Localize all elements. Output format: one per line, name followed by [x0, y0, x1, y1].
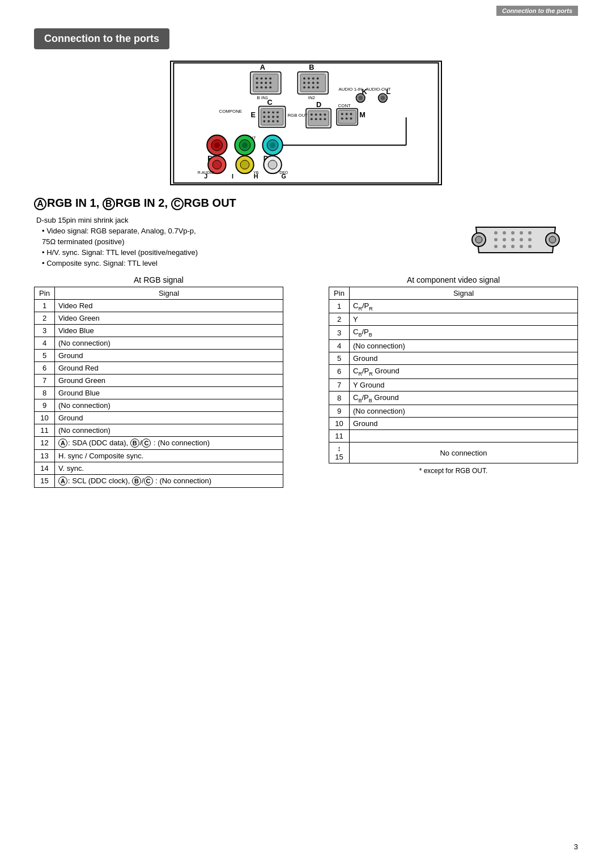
table-row: 4(No connection): [35, 337, 283, 349]
svg-point-69: [350, 117, 352, 120]
table-row: 11: [329, 430, 578, 442]
left-section: D-sub 15pin mini shrink jack Video signa…: [34, 216, 442, 270]
svg-point-46: [277, 120, 279, 122]
rgb-table-title: At RGB signal: [34, 275, 283, 284]
spec4: Composite sync. Signal: TTL level: [42, 259, 442, 267]
svg-point-112: [503, 231, 506, 235]
svg-point-79: [381, 96, 385, 100]
circle-b: B: [103, 198, 115, 210]
table-row: 14V. sync.: [35, 462, 283, 474]
right-section: [453, 216, 578, 267]
svg-text:M: M: [359, 110, 366, 119]
svg-point-14: [269, 86, 271, 88]
svg-text:C: C: [267, 98, 273, 107]
table-row: 10Ground: [329, 418, 578, 430]
svg-point-122: [503, 245, 506, 248]
svg-point-56: [320, 118, 322, 120]
table-row: 9(No connection): [35, 399, 283, 411]
table-row: 8Ground Blue: [35, 386, 283, 399]
section-title: Connection to the ports: [34, 28, 169, 49]
svg-point-125: [528, 245, 532, 248]
content-wrapper: D-sub 15pin mini shrink jack Video signa…: [34, 216, 578, 270]
svg-point-67: [341, 117, 343, 120]
rgb-col1-header: Pin: [35, 287, 55, 299]
component-signal-table: Pin Signal 1CR/PR 2Y 3CB/PB 4(No connect…: [329, 287, 578, 476]
svg-point-36: [267, 111, 270, 113]
svg-point-113: [511, 231, 515, 235]
top-header: Connection to the ports: [496, 6, 578, 16]
spec3: H/V. sync. Signal: TTL level (positive/n…: [42, 248, 442, 257]
table-row: 4(No connection): [329, 339, 578, 352]
table-row: 2Video Green: [35, 312, 283, 324]
svg-point-54: [311, 118, 313, 120]
svg-point-55: [315, 118, 317, 120]
svg-point-20: [308, 77, 310, 79]
table-row: 1Video Red: [35, 299, 283, 312]
spec2b: 75Ω terminated (positive): [42, 237, 442, 246]
table-row: 7Y Ground: [329, 378, 578, 391]
svg-point-75: [358, 96, 363, 100]
svg-point-11: [256, 86, 258, 88]
svg-point-4: [260, 77, 262, 79]
svg-text:B IN1: B IN1: [257, 95, 269, 100]
table-row: 3Video Blue: [35, 324, 283, 337]
svg-text:CONT: CONT: [338, 103, 351, 108]
svg-point-114: [520, 231, 523, 235]
svg-point-21: [312, 77, 314, 79]
svg-point-111: [494, 231, 498, 235]
rgb-heading: ARGB IN 1, BRGB IN 2, CRGB OUT: [34, 197, 578, 210]
comp-col2-header: Signal: [350, 287, 578, 299]
svg-point-37: [272, 111, 274, 113]
svg-point-90: [270, 142, 275, 148]
comp-col1-header: Pin: [329, 287, 350, 299]
svg-point-65: [346, 113, 348, 115]
table-row: 1CR/PR: [329, 299, 578, 313]
svg-text:A: A: [260, 63, 265, 71]
svg-text:D: D: [316, 100, 321, 109]
svg-point-19: [303, 77, 305, 79]
svg-point-42: [277, 116, 279, 118]
svg-point-53: [324, 113, 326, 116]
svg-point-8: [260, 82, 262, 84]
table-row: 11(No connection): [35, 424, 283, 436]
svg-point-35: [263, 111, 265, 113]
svg-point-29: [312, 86, 314, 88]
svg-point-115: [528, 231, 532, 235]
svg-point-123: [511, 245, 515, 248]
svg-text:IN2: IN2: [308, 95, 315, 100]
svg-point-50: [311, 113, 313, 116]
table-row: 8CB/PB Ground: [329, 391, 578, 405]
table-row: 10Ground: [35, 411, 283, 424]
svg-text:COMPONE: COMPONE: [219, 109, 243, 114]
svg-text:I: I: [232, 173, 233, 180]
table-row: 3CB/PB: [329, 326, 578, 340]
table-row: 7Ground Green: [35, 374, 283, 386]
svg-point-30: [317, 86, 319, 88]
svg-point-52: [320, 113, 322, 116]
svg-point-95: [212, 160, 222, 169]
svg-point-10: [269, 82, 271, 84]
svg-text:DEO: DEO: [279, 171, 288, 175]
svg-point-68: [346, 117, 348, 120]
svg-point-7: [256, 82, 258, 84]
component-table-container: At component video signal Pin Signal 1CR…: [329, 275, 578, 488]
svg-rect-63: [338, 110, 356, 124]
svg-point-26: [317, 82, 319, 84]
svg-point-66: [350, 113, 352, 115]
table-row: 5Ground: [35, 349, 283, 361]
table-row: 13H. sync / Composite sync.: [35, 449, 283, 462]
svg-point-12: [260, 86, 262, 88]
spec1: D-sub 15pin mini shrink jack: [36, 216, 442, 224]
svg-point-40: [267, 116, 270, 118]
table-row-merged: ↕15 No connection: [329, 442, 578, 463]
svg-point-23: [303, 82, 305, 84]
svg-text:RGB OUT: RGB OUT: [287, 113, 308, 118]
svg-text:AUDIO-OUT: AUDIO-OUT: [366, 87, 391, 92]
svg-point-97: [240, 160, 249, 169]
svg-point-99: [268, 160, 277, 169]
table-row: 6Ground Red: [35, 361, 283, 374]
svg-point-121: [494, 245, 498, 248]
svg-point-3: [256, 77, 258, 79]
table-row: 6CR/PR Ground: [329, 364, 578, 378]
rgb-col2-header: Signal: [55, 287, 283, 299]
